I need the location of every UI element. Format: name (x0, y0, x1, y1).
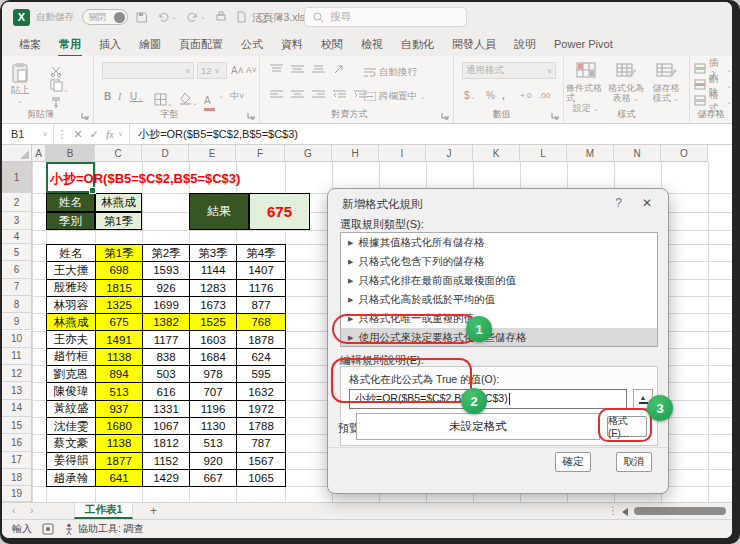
percent-format-button[interactable]: % (486, 89, 495, 102)
table-header-第4季[interactable]: 第4季 (237, 245, 286, 262)
table-cell-value[interactable]: 513 (96, 383, 143, 400)
insert-function-icon[interactable]: fx (102, 128, 118, 140)
column-header-C[interactable]: C (95, 145, 142, 162)
menu-tab-4[interactable]: 繪圖 (130, 33, 170, 56)
table-cell-value[interactable]: 926 (143, 280, 190, 297)
align-left-icon[interactable] (270, 90, 283, 100)
column-header-D[interactable]: D (142, 145, 189, 162)
table-cell-value[interactable]: 978 (190, 366, 237, 383)
table-cell-name[interactable]: 黃紋盛 (47, 401, 96, 418)
menu-tab-5[interactable]: 頁面配置 (170, 33, 232, 56)
table-cell-value[interactable]: 1788 (237, 418, 286, 435)
row-header-13[interactable]: 13 (2, 382, 32, 399)
phonetic-guide-button[interactable]: 中˅ (230, 90, 244, 103)
name-box-splitter[interactable]: ⋮ (54, 128, 70, 141)
next-sheet-icon[interactable]: › (30, 505, 33, 516)
undo-icon[interactable]: ⌄ (157, 11, 177, 23)
menu-tab-7[interactable]: 資料 (272, 33, 312, 56)
cell-styles-button[interactable]: 儲存格樣式 ⌄ (646, 61, 686, 114)
accessibility-status[interactable]: 協助工具: 調查 (64, 522, 144, 536)
align-right-icon[interactable] (312, 90, 325, 100)
shrink-font-icon[interactable]: A˅ (246, 64, 257, 77)
menu-tab-9[interactable]: 檢視 (352, 33, 392, 56)
scrollbar-splitter[interactable]: ⋮ (608, 505, 618, 516)
table-cell-name[interactable]: 林燕成 (47, 314, 96, 331)
menu-tab-3[interactable]: 插入 (90, 33, 130, 56)
row-header-18[interactable]: 18 (2, 469, 32, 486)
menu-tab-12[interactable]: 說明 (505, 33, 545, 56)
alignment-dialog-launcher-icon[interactable] (441, 112, 449, 120)
row-header-4[interactable]: 4 (2, 230, 32, 244)
cancel-entry-icon[interactable]: ✕ (70, 128, 86, 141)
table-cell-value[interactable]: 1567 (237, 453, 286, 470)
table-cell-value[interactable]: 503 (143, 366, 190, 383)
add-sheet-button[interactable]: + (150, 504, 157, 518)
fill-color-button[interactable]: ⌄ (179, 91, 198, 109)
table-cell-value[interactable]: 1878 (237, 331, 286, 348)
table-cell-value[interactable]: 595 (237, 366, 286, 383)
table-cell-value[interactable]: 667 (190, 470, 237, 487)
align-center-icon[interactable] (291, 90, 304, 100)
font-name-dropdown[interactable]: ∨ (102, 62, 194, 79)
cell-result-label[interactable]: 結果 (189, 193, 249, 230)
table-cell-value[interactable]: 1138 (96, 435, 143, 452)
cell-quarter-value[interactable]: 第1季 (95, 212, 142, 230)
rule-type-item-4[interactable]: ▶只格式化高於或低於平均的值 (341, 290, 657, 309)
table-cell-name[interactable]: 趙竹桓 (47, 349, 96, 366)
table-cell-name[interactable]: 趙承翰 (47, 470, 96, 487)
row-header-19[interactable]: 19 (2, 486, 32, 502)
table-cell-value[interactable]: 616 (143, 383, 190, 400)
formula-bar-expand-icon[interactable]: ∨ (118, 130, 123, 138)
ok-button[interactable]: 確定 (555, 452, 591, 472)
column-header-O[interactable]: O (661, 145, 708, 162)
cancel-button[interactable]: 取消 (616, 452, 652, 472)
column-header-B[interactable]: B (46, 145, 95, 162)
table-cell-value[interactable]: 1673 (190, 297, 237, 314)
autosave-toggle[interactable]: 關閉 (82, 9, 128, 25)
align-middle-icon[interactable] (291, 64, 304, 74)
table-cell-value[interactable]: 937 (96, 401, 143, 418)
row-header-1[interactable]: 1 (2, 162, 32, 193)
font-size-dropdown[interactable]: 12∨ (197, 62, 227, 79)
rule-type-item-2[interactable]: ▶只格式化包含下列的儲存格 (341, 252, 657, 271)
table-cell-value[interactable]: 641 (96, 470, 143, 487)
select-all-corner[interactable] (2, 145, 32, 162)
menu-tab-2[interactable]: 常用 (50, 33, 90, 56)
redo-icon[interactable]: ⌄ (186, 11, 206, 23)
clipboard-dialog-launcher-icon[interactable] (81, 112, 89, 120)
align-bottom-icon[interactable] (312, 64, 325, 74)
table-cell-value[interactable]: 877 (237, 297, 286, 314)
table-cell-value[interactable]: 1067 (143, 418, 190, 435)
column-header-I[interactable]: I (379, 145, 426, 162)
underline-button[interactable]: U⌄ (130, 90, 143, 104)
cell-name-label[interactable]: 姓名 (46, 193, 95, 212)
table-cell-name[interactable]: 殷雅玲 (47, 280, 96, 297)
scroll-left-icon[interactable] (622, 508, 628, 516)
table-cell-value[interactable]: 1877 (96, 453, 143, 470)
table-cell-value[interactable]: 707 (190, 383, 237, 400)
cell-name-value[interactable]: 林燕成 (95, 193, 142, 212)
cell-quarter-label[interactable]: 季別 (46, 212, 95, 230)
conditional-formatting-button[interactable]: 條件式格式設定 ⌄ (566, 61, 606, 114)
table-cell-value[interactable]: 1603 (190, 331, 237, 348)
table-cell-value[interactable]: 1812 (143, 435, 190, 452)
format-as-table-button[interactable]: 格式化為表格 ⌄ (606, 61, 646, 114)
table-cell-value[interactable]: 513 (190, 435, 237, 452)
table-cell-value[interactable]: 1138 (96, 349, 143, 366)
table-cell-name[interactable]: 王亦夫 (47, 331, 96, 348)
table-cell-value[interactable]: 920 (190, 453, 237, 470)
table-cell-value[interactable]: 698 (96, 262, 143, 279)
menu-tab-8[interactable]: 校閱 (312, 33, 352, 56)
table-cell-value[interactable]: 1632 (237, 383, 286, 400)
table-cell-value[interactable]: 1407 (237, 262, 286, 279)
row-header-10[interactable]: 10 (2, 331, 32, 348)
row-header-12[interactable]: 12 (2, 365, 32, 382)
table-cell-value[interactable]: 1144 (190, 262, 237, 279)
confirm-entry-icon[interactable]: ✓ (86, 128, 102, 141)
prev-sheet-icon[interactable]: ‹ (12, 505, 15, 516)
table-cell-value[interactable]: 1177 (143, 331, 190, 348)
table-cell-value[interactable]: 624 (237, 349, 286, 366)
table-cell-name[interactable]: 沈佳雯 (47, 418, 96, 435)
italic-button[interactable]: I (118, 90, 121, 103)
row-header-15[interactable]: 15 (2, 417, 32, 434)
